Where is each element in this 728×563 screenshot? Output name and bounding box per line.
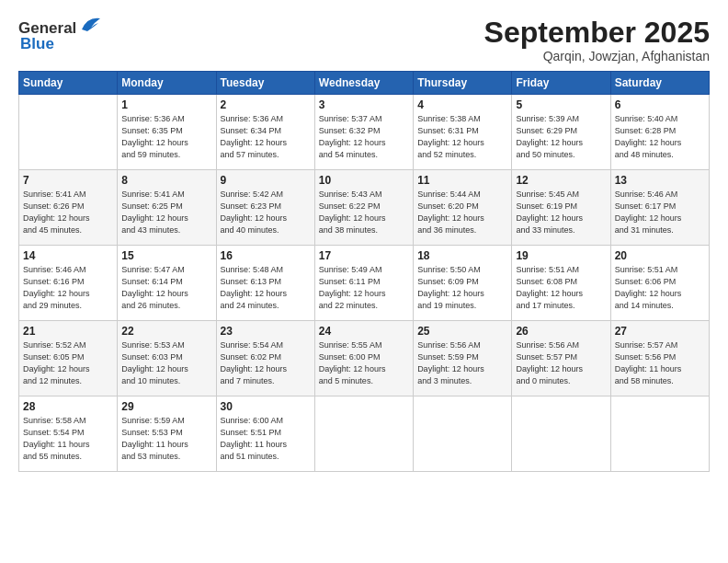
- day-info: Sunrise: 5:49 AM Sunset: 6:11 PM Dayligh…: [319, 264, 409, 312]
- weekday-header-friday: Friday: [512, 72, 610, 95]
- weekday-header-monday: Monday: [118, 72, 216, 95]
- day-info: Sunrise: 5:40 AM Sunset: 6:28 PM Dayligh…: [615, 113, 705, 161]
- calendar-cell: 15Sunrise: 5:47 AM Sunset: 6:14 PM Dayli…: [118, 246, 216, 321]
- day-number: 10: [319, 174, 409, 187]
- calendar-cell: 6Sunrise: 5:40 AM Sunset: 6:28 PM Daylig…: [610, 95, 709, 170]
- calendar-cell: 9Sunrise: 5:42 AM Sunset: 6:23 PM Daylig…: [216, 170, 314, 246]
- day-number: 15: [121, 249, 211, 262]
- calendar-cell: 2Sunrise: 5:36 AM Sunset: 6:34 PM Daylig…: [216, 95, 314, 170]
- calendar-cell: [512, 396, 610, 472]
- week-row-2: 7Sunrise: 5:41 AM Sunset: 6:26 PM Daylig…: [19, 170, 710, 246]
- day-number: 19: [516, 249, 606, 262]
- weekday-header-row: SundayMondayTuesdayWednesdayThursdayFrid…: [19, 72, 710, 95]
- calendar-cell: 24Sunrise: 5:55 AM Sunset: 6:00 PM Dayli…: [314, 321, 413, 396]
- calendar-cell: 10Sunrise: 5:43 AM Sunset: 6:22 PM Dayli…: [314, 170, 413, 246]
- day-info: Sunrise: 5:47 AM Sunset: 6:14 PM Dayligh…: [121, 264, 211, 312]
- day-number: 25: [417, 325, 507, 338]
- day-info: Sunrise: 5:58 AM Sunset: 5:54 PM Dayligh…: [23, 415, 113, 463]
- day-info: Sunrise: 5:36 AM Sunset: 6:35 PM Dayligh…: [121, 113, 211, 161]
- day-info: Sunrise: 5:57 AM Sunset: 5:56 PM Dayligh…: [615, 339, 705, 387]
- day-info: Sunrise: 5:38 AM Sunset: 6:31 PM Dayligh…: [417, 113, 507, 161]
- day-number: 23: [221, 325, 311, 338]
- day-info: Sunrise: 5:41 AM Sunset: 6:26 PM Dayligh…: [23, 189, 113, 236]
- day-number: 24: [319, 325, 409, 338]
- calendar-cell: 26Sunrise: 5:56 AM Sunset: 5:57 PM Dayli…: [512, 321, 610, 396]
- logo-blue: Blue: [20, 35, 54, 53]
- calendar-cell: 16Sunrise: 5:48 AM Sunset: 6:13 PM Dayli…: [216, 246, 314, 321]
- day-number: 17: [319, 249, 409, 262]
- day-number: 7: [23, 174, 113, 187]
- calendar-cell: 25Sunrise: 5:56 AM Sunset: 5:59 PM Dayli…: [414, 321, 512, 396]
- day-number: 13: [615, 174, 705, 187]
- day-number: 18: [417, 249, 507, 262]
- day-info: Sunrise: 5:41 AM Sunset: 6:25 PM Dayligh…: [121, 189, 211, 236]
- calendar-cell: 13Sunrise: 5:46 AM Sunset: 6:17 PM Dayli…: [610, 170, 709, 246]
- week-row-3: 14Sunrise: 5:46 AM Sunset: 6:16 PM Dayli…: [19, 246, 710, 321]
- day-info: Sunrise: 5:50 AM Sunset: 6:09 PM Dayligh…: [417, 264, 507, 312]
- calendar-cell: 27Sunrise: 5:57 AM Sunset: 5:56 PM Dayli…: [610, 321, 709, 396]
- calendar-cell: 19Sunrise: 5:51 AM Sunset: 6:08 PM Dayli…: [512, 246, 610, 321]
- calendar-cell: 7Sunrise: 5:41 AM Sunset: 6:26 PM Daylig…: [19, 170, 118, 246]
- day-number: 26: [516, 325, 606, 338]
- day-number: 12: [516, 174, 606, 187]
- day-info: Sunrise: 5:56 AM Sunset: 5:57 PM Dayligh…: [516, 339, 606, 387]
- day-info: Sunrise: 5:55 AM Sunset: 6:00 PM Dayligh…: [319, 339, 409, 387]
- day-number: 4: [417, 98, 507, 111]
- calendar-cell: 23Sunrise: 5:54 AM Sunset: 6:02 PM Dayli…: [216, 321, 314, 396]
- day-info: Sunrise: 5:44 AM Sunset: 6:20 PM Dayligh…: [417, 189, 507, 236]
- day-number: 20: [615, 249, 705, 262]
- day-info: Sunrise: 5:59 AM Sunset: 5:53 PM Dayligh…: [121, 415, 211, 463]
- day-info: Sunrise: 5:56 AM Sunset: 5:59 PM Dayligh…: [417, 339, 507, 387]
- weekday-header-wednesday: Wednesday: [314, 72, 413, 95]
- calendar-cell: [314, 396, 413, 472]
- day-info: Sunrise: 5:51 AM Sunset: 6:08 PM Dayligh…: [516, 264, 606, 312]
- day-info: Sunrise: 6:00 AM Sunset: 5:51 PM Dayligh…: [221, 415, 311, 463]
- day-number: 6: [615, 98, 705, 111]
- day-number: 2: [221, 98, 311, 111]
- logo: General Blue: [18, 17, 104, 53]
- day-info: Sunrise: 5:48 AM Sunset: 6:13 PM Dayligh…: [221, 264, 311, 312]
- header: General Blue September 2025 Qarqin, Jowz…: [18, 17, 710, 63]
- week-row-1: 1Sunrise: 5:36 AM Sunset: 6:35 PM Daylig…: [19, 95, 710, 170]
- calendar-cell: 8Sunrise: 5:41 AM Sunset: 6:25 PM Daylig…: [118, 170, 216, 246]
- day-info: Sunrise: 5:43 AM Sunset: 6:22 PM Dayligh…: [319, 189, 409, 236]
- day-info: Sunrise: 5:53 AM Sunset: 6:03 PM Dayligh…: [121, 339, 211, 387]
- day-info: Sunrise: 5:42 AM Sunset: 6:23 PM Dayligh…: [221, 189, 311, 236]
- calendar-cell: 18Sunrise: 5:50 AM Sunset: 6:09 PM Dayli…: [414, 246, 512, 321]
- day-number: 22: [121, 325, 211, 338]
- logo-bird-icon: [78, 15, 104, 39]
- day-number: 21: [23, 325, 113, 338]
- day-number: 14: [23, 249, 113, 262]
- day-info: Sunrise: 5:37 AM Sunset: 6:32 PM Dayligh…: [319, 113, 409, 161]
- day-info: Sunrise: 5:45 AM Sunset: 6:19 PM Dayligh…: [516, 189, 606, 236]
- calendar-cell: 12Sunrise: 5:45 AM Sunset: 6:19 PM Dayli…: [512, 170, 610, 246]
- calendar-cell: 29Sunrise: 5:59 AM Sunset: 5:53 PM Dayli…: [118, 396, 216, 472]
- week-row-5: 28Sunrise: 5:58 AM Sunset: 5:54 PM Dayli…: [19, 396, 710, 472]
- weekday-header-thursday: Thursday: [414, 72, 512, 95]
- calendar-cell: 30Sunrise: 6:00 AM Sunset: 5:51 PM Dayli…: [216, 396, 314, 472]
- calendar-cell: 21Sunrise: 5:52 AM Sunset: 6:05 PM Dayli…: [19, 321, 118, 396]
- day-info: Sunrise: 5:46 AM Sunset: 6:17 PM Dayligh…: [615, 189, 705, 236]
- weekday-header-tuesday: Tuesday: [216, 72, 314, 95]
- day-number: 16: [221, 249, 311, 262]
- day-info: Sunrise: 5:51 AM Sunset: 6:06 PM Dayligh…: [615, 264, 705, 312]
- day-number: 29: [121, 400, 211, 413]
- calendar-table: SundayMondayTuesdayWednesdayThursdayFrid…: [18, 71, 710, 472]
- day-info: Sunrise: 5:36 AM Sunset: 6:34 PM Dayligh…: [221, 113, 311, 161]
- calendar-cell: 28Sunrise: 5:58 AM Sunset: 5:54 PM Dayli…: [19, 396, 118, 472]
- day-info: Sunrise: 5:54 AM Sunset: 6:02 PM Dayligh…: [221, 339, 311, 387]
- day-number: 11: [417, 174, 507, 187]
- day-number: 28: [23, 400, 113, 413]
- calendar-cell: 1Sunrise: 5:36 AM Sunset: 6:35 PM Daylig…: [118, 95, 216, 170]
- calendar-cell: 11Sunrise: 5:44 AM Sunset: 6:20 PM Dayli…: [414, 170, 512, 246]
- calendar-cell: [19, 95, 118, 170]
- week-row-4: 21Sunrise: 5:52 AM Sunset: 6:05 PM Dayli…: [19, 321, 710, 396]
- calendar-cell: 3Sunrise: 5:37 AM Sunset: 6:32 PM Daylig…: [314, 95, 413, 170]
- calendar-cell: 5Sunrise: 5:39 AM Sunset: 6:29 PM Daylig…: [512, 95, 610, 170]
- day-number: 8: [121, 174, 211, 187]
- day-number: 30: [221, 400, 311, 413]
- day-info: Sunrise: 5:39 AM Sunset: 6:29 PM Dayligh…: [516, 113, 606, 161]
- day-number: 9: [221, 174, 311, 187]
- day-info: Sunrise: 5:52 AM Sunset: 6:05 PM Dayligh…: [23, 339, 113, 387]
- day-number: 1: [121, 98, 211, 111]
